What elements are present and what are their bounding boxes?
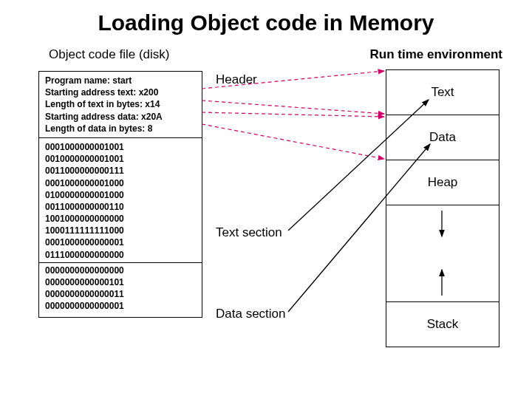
bit-row: 0111000000000000 xyxy=(45,249,196,261)
bit-row: 1000111111111000 xyxy=(45,225,196,236)
header-line: Length of data in bytes: 8 xyxy=(45,123,196,134)
bit-row: 1001000000000000 xyxy=(45,213,196,225)
arrow-header-to-data-top xyxy=(202,112,384,117)
header-line: Starting address text: x200 xyxy=(45,86,196,98)
header-line: Program name: start xyxy=(45,75,196,86)
bit-row: 0010000000001001 xyxy=(45,153,196,165)
bit-row: 0001000000000001 xyxy=(45,236,196,248)
bit-row: 0000000000000001 xyxy=(45,300,196,312)
mem-gap xyxy=(386,205,499,302)
header-label: Header xyxy=(216,72,257,87)
file-header-block: Program name: start Starting address tex… xyxy=(39,72,202,138)
page-title: Loading Object code in Memory xyxy=(0,0,532,35)
bit-row: 0000000000000011 xyxy=(45,288,196,300)
bit-row: 0001000000001001 xyxy=(45,141,196,153)
arrow-header-to-data-bottom xyxy=(202,124,384,159)
bit-row: 0011000000000110 xyxy=(45,201,196,213)
bit-row: 0000000000000101 xyxy=(45,276,196,288)
mem-stack-cell: Stack xyxy=(386,302,499,347)
bit-row: 0100000000001000 xyxy=(45,189,196,201)
bit-row: 0011000000000111 xyxy=(45,165,196,177)
arrow-header-to-text-bottom xyxy=(202,100,384,114)
runtime-env-heading: Run time environment xyxy=(370,47,502,62)
data-section-label: Data section xyxy=(216,307,286,321)
header-line: Starting address data: x20A xyxy=(45,111,196,123)
object-file-box: Program name: start Starting address tex… xyxy=(38,71,202,318)
header-line: Length of text in bytes: x14 xyxy=(45,98,196,110)
section-separator xyxy=(39,262,202,263)
file-bits-block: 0001000000001001 0010000000001001 001100… xyxy=(39,138,202,317)
bit-row: 0001000000001000 xyxy=(45,177,196,189)
object-file-heading: Object code file (disk) xyxy=(49,47,169,62)
mem-heap-cell: Heap xyxy=(386,160,499,205)
mem-text-cell: Text xyxy=(386,70,499,115)
mem-data-cell: Data xyxy=(386,115,499,160)
bit-row: 0000000000000000 xyxy=(45,265,196,276)
text-section-label: Text section xyxy=(216,225,282,240)
memory-layout-box: Text Data Heap Stack xyxy=(386,69,499,347)
